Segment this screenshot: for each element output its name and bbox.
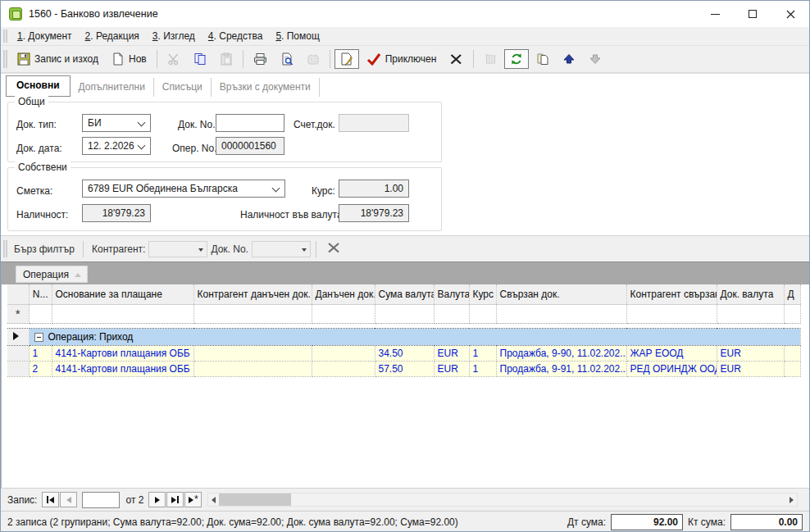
tab-vrazki[interactable]: Връзки с документи: [212, 78, 320, 97]
print-preview-button[interactable]: [275, 49, 299, 69]
header-kontragent-svarzan[interactable]: Контрагент свързан д...: [626, 284, 717, 304]
tab-spisaci[interactable]: Списъци: [154, 78, 212, 97]
doc-date-combobox[interactable]: 12. 2.2026: [82, 137, 151, 155]
cell-suma-valuta[interactable]: 57.50: [375, 361, 434, 376]
new-row-cell[interactable]: [784, 304, 800, 323]
current-row-indicator-icon: [13, 332, 19, 340]
grid-data-row[interactable]: 1 4141-Картови плащания ОББ 34.50 EUR 1 …: [7, 345, 800, 361]
menu-item-sredstva[interactable]: 4. Средства: [202, 29, 270, 43]
new-row-cell[interactable]: [717, 304, 784, 323]
new-row-cell[interactable]: [496, 304, 626, 323]
scrollbar-thumb[interactable]: [219, 493, 291, 506]
cell-n[interactable]: 2: [29, 361, 52, 376]
current-row-selector[interactable]: [7, 328, 29, 345]
cell-osnovanie[interactable]: 4141-Картови плащания ОББ: [52, 345, 193, 361]
row-selector[interactable]: [7, 361, 29, 376]
header-dok-valuta[interactable]: Док. валута: [717, 284, 784, 304]
new-record-button[interactable]: *: [184, 492, 202, 507]
scroll-left-button[interactable]: [208, 493, 219, 506]
cell-suma-valuta[interactable]: 34.50: [375, 345, 434, 361]
next-record-button[interactable]: [148, 492, 166, 507]
cell-kurs[interactable]: 1: [469, 345, 496, 361]
new-row-cell[interactable]: [312, 304, 375, 323]
header-valuta[interactable]: Валута: [434, 284, 469, 304]
minimize-button[interactable]: [696, 1, 734, 27]
cell-kontragent-danuchen[interactable]: [193, 361, 312, 376]
horizontal-scrollbar[interactable]: [207, 493, 798, 507]
tab-dopalnitelni[interactable]: Допълнителни: [71, 78, 154, 97]
menu-item-pomosht[interactable]: 5. Помощ: [269, 29, 325, 43]
header-danuchen-dok[interactable]: Данъчен док.: [312, 284, 375, 304]
cell-osnovanie[interactable]: 4141-Картови плащания ОББ: [52, 361, 193, 376]
maximize-button[interactable]: [734, 1, 771, 27]
doc-type-combobox[interactable]: БИ: [82, 114, 151, 132]
toolbar-separator: [157, 50, 157, 68]
grid-group-row[interactable]: Операция: Приход: [7, 328, 800, 345]
cell-dok-valuta[interactable]: EUR: [717, 345, 784, 361]
copy-button[interactable]: [188, 49, 212, 69]
cell-valuta[interactable]: EUR: [434, 361, 469, 376]
record-label: Запис:: [7, 494, 37, 506]
edit-button[interactable]: [334, 49, 359, 69]
new-row-cell[interactable]: [375, 304, 434, 323]
menu-item-dokument[interactable]: 1. Документ: [11, 29, 79, 43]
header-kontragent-danuchen[interactable]: Контрагент данъчен док.: [193, 284, 312, 304]
cell-n[interactable]: 1: [29, 345, 52, 361]
grid-data-row[interactable]: 2 4141-Картови плащания ОББ 57.50 EUR 1 …: [7, 361, 800, 376]
first-record-button[interactable]: [42, 492, 59, 507]
new-row-cell[interactable]: [434, 304, 469, 323]
new-row-cell[interactable]: [52, 304, 193, 323]
header-kurs[interactable]: Курс: [469, 284, 496, 304]
row-selector[interactable]: [7, 345, 29, 361]
collapse-group-button[interactable]: [34, 333, 43, 342]
new-row-cell[interactable]: [29, 304, 52, 323]
cell-kurs[interactable]: 1: [469, 361, 496, 376]
cell-danuchen-dok[interactable]: [312, 361, 375, 376]
print-button[interactable]: [248, 49, 273, 69]
header-suma-valuta[interactable]: Сума валута: [375, 284, 434, 304]
header-d[interactable]: Д: [784, 284, 800, 304]
last-record-button[interactable]: [166, 492, 184, 507]
menu-item-izgled[interactable]: 3. Изглед: [146, 29, 202, 43]
clear-filter-button[interactable]: [321, 239, 346, 258]
cell-svarzan-dok[interactable]: Продажба, 9-91, 11.02.202...: [496, 361, 626, 376]
cell-dok-valuta[interactable]: EUR: [717, 361, 784, 376]
account-combobox[interactable]: 6789 EUR Обединена Българска: [82, 180, 285, 198]
group-row-cell[interactable]: Операция: Приход: [29, 328, 800, 345]
quick-filter-title: Бърз филтър: [14, 243, 75, 255]
filter-separator: [316, 241, 316, 257]
doc-no-input[interactable]: [216, 114, 284, 132]
cell-kontragent-danuchen[interactable]: [193, 345, 312, 361]
cell-valuta[interactable]: EUR: [434, 345, 469, 361]
filter-kontragent-combobox[interactable]: [148, 241, 207, 257]
close-button[interactable]: [771, 1, 809, 27]
header-n[interactable]: N...: [29, 284, 52, 304]
cell-svarzan-dok[interactable]: Продажба, 9-90, 11.02.202...: [496, 345, 626, 361]
cell-d[interactable]: [784, 345, 800, 361]
filter-doc-no-combobox[interactable]: [252, 241, 311, 257]
header-osnovanie[interactable]: Основание за плащане: [52, 284, 193, 304]
grid-new-row[interactable]: *: [7, 304, 800, 323]
refresh-button[interactable]: [504, 49, 529, 69]
move-up-button[interactable]: [557, 49, 581, 69]
cell-kontragent-svarzan[interactable]: РЕД ОРИНДЖ ООД: [626, 361, 717, 376]
new-row-cell[interactable]: [193, 304, 312, 323]
delete-button[interactable]: [444, 49, 469, 69]
group-by-chip-operacia[interactable]: Операция: [16, 266, 88, 283]
new-button[interactable]: Нов: [106, 49, 152, 69]
complete-button[interactable]: Приключен: [361, 49, 443, 69]
record-number-input[interactable]: [82, 492, 120, 508]
save-exit-button[interactable]: Запис и изход: [11, 49, 104, 69]
move-down-button: [583, 49, 608, 69]
cell-danuchen-dok[interactable]: [312, 345, 375, 361]
cell-kontragent-svarzan[interactable]: ЖАР ЕООД: [626, 345, 717, 361]
scroll-right-button[interactable]: [786, 493, 797, 506]
tab-osnovni[interactable]: Основни: [6, 75, 71, 97]
new-row-cell[interactable]: [469, 304, 496, 323]
last-record-icon: [171, 497, 176, 503]
duplicate-button[interactable]: [530, 49, 555, 69]
cell-d[interactable]: [784, 361, 800, 376]
menu-item-redakcia[interactable]: 2. Редакция: [79, 29, 146, 43]
header-svarzan-dok[interactable]: Свързан док.: [496, 284, 626, 304]
new-row-cell[interactable]: [626, 304, 717, 323]
